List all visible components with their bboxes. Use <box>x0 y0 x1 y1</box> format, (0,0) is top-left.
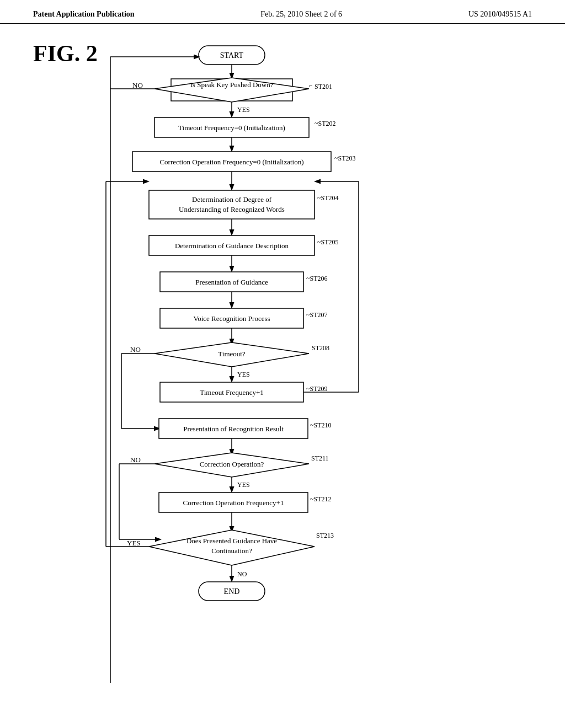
st213-text1: Does Presented Guidance Have <box>186 537 277 545</box>
st211-label: ST211 <box>311 454 329 462</box>
st208-label: ST208 <box>312 344 329 352</box>
st213-text2: Continuation? <box>211 547 252 555</box>
header: Patent Application Publication Feb. 25, … <box>0 0 565 24</box>
st201-text: Is Speak Key Pushed Down? <box>190 81 274 89</box>
st204-text1: Determination of Degree of <box>192 195 272 204</box>
yes1-label: YES <box>237 106 250 114</box>
st211-text: Correction Operation? <box>200 460 264 468</box>
st202-label: ~ST202 <box>315 120 336 127</box>
st202-text: Timeout Frequency=0 (Initialization) <box>178 124 285 132</box>
st205-text: Determination of Guidance Description <box>175 242 289 250</box>
no4-label: NO <box>237 570 247 578</box>
st203-text: Correction Operation Frequency=0 (Initia… <box>159 158 303 166</box>
st212-label: ~ST212 <box>310 495 332 503</box>
no3-label: NO <box>130 456 141 464</box>
st203-label: ~ST203 <box>334 154 356 162</box>
svg-rect-13 <box>149 190 315 219</box>
header-left: Patent Application Publication <box>33 10 135 19</box>
yes2-label: YES <box>237 371 250 378</box>
st213-label: ST213 <box>316 532 334 539</box>
end-label: END <box>224 587 240 596</box>
st212-text: Correction Operation Frequency+1 <box>183 499 284 507</box>
st207-label: ~ST207 <box>306 311 328 319</box>
st204-text2: Understanding of Recognized Words <box>179 205 285 213</box>
fig-label: FIG. 2 <box>33 40 98 67</box>
header-center: Feb. 25, 2010 Sheet 2 of 6 <box>260 10 342 19</box>
st208-text: Timeout? <box>218 350 246 358</box>
st201-label: ST201 <box>315 83 332 90</box>
st210-label: ~ST210 <box>310 421 332 429</box>
st205-label: ~ST205 <box>317 238 339 246</box>
yes3-label: YES <box>237 481 250 489</box>
st206-text: Presentation of Guidance <box>195 278 268 286</box>
st206-label: ~ST206 <box>306 275 328 282</box>
start-label: START <box>220 51 244 60</box>
no2-label: NO <box>130 345 141 354</box>
st201-tick: ⌐ <box>309 82 313 89</box>
yes4-label: YES <box>127 539 141 547</box>
no1-label: NO <box>132 81 143 89</box>
st209-label: ~ST209 <box>306 385 328 393</box>
st210-text: Presentation of Recognition Result <box>183 425 284 433</box>
header-right: US 2010/049515 A1 <box>468 10 532 19</box>
st209-text: Timeout Frequency+1 <box>200 388 264 397</box>
st207-text: Voice Recognition Process <box>193 314 270 323</box>
st204-label: ~ST204 <box>317 194 339 202</box>
